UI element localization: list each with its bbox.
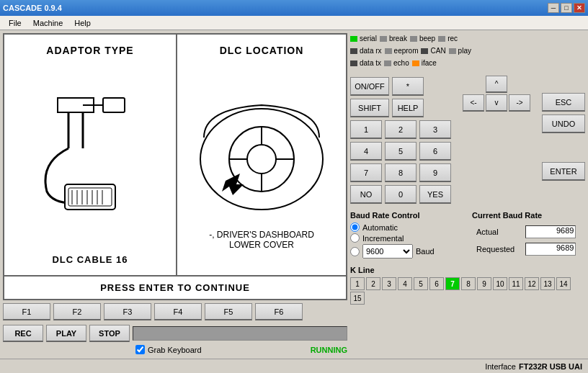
can-dot — [421, 48, 428, 54]
indicators-row3: data tx echo iface — [350, 58, 585, 68]
star-button[interactable]: * — [392, 77, 424, 96]
num-6[interactable]: 6 — [419, 142, 451, 161]
rec-button[interactable]: REC — [3, 325, 43, 342]
enter-button[interactable]: ENTER — [542, 162, 585, 181]
kline-btn-1[interactable]: 1 — [350, 277, 365, 290]
num-9[interactable]: 9 — [419, 163, 451, 182]
f1-button[interactable]: F1 — [3, 303, 50, 320]
down-arrow[interactable]: v — [486, 94, 507, 112]
maximize-button[interactable]: □ — [561, 3, 572, 13]
up-arrow[interactable]: ^ — [486, 76, 507, 93]
app-title: CASCADE 0.9.4 — [3, 4, 62, 12]
menu-machine[interactable]: Machine — [27, 17, 69, 29]
adaptor-right: DLC LOCATION — [177, 35, 346, 275]
yes-button[interactable]: YES — [419, 185, 451, 204]
baud-select-row: 9600 Baud — [350, 244, 463, 259]
kline-btn-7[interactable]: 7 — [445, 277, 460, 290]
requested-label: Requested — [473, 241, 521, 257]
adaptor-panel: ADAPTOR TYPE — [3, 33, 347, 356]
right-arrow[interactable]: -> — [509, 94, 530, 112]
grab-keyboard-area: Grab Keyboard — [135, 345, 202, 354]
incr-label: Incremental — [362, 234, 404, 243]
status-row: REC PLAY STOP — [3, 323, 347, 343]
left-arrow[interactable]: <- — [463, 94, 484, 112]
kline-btn-15[interactable]: 15 — [350, 292, 365, 305]
kline-btn-8[interactable]: 8 — [461, 277, 476, 290]
num-0[interactable]: 0 — [385, 185, 416, 204]
numpad-grid: 1 2 3 4 5 6 7 8 9 NO 0 YES — [350, 120, 451, 204]
kline-btn-3[interactable]: 3 — [382, 277, 396, 290]
f5-button[interactable]: F5 — [205, 303, 252, 320]
grab-keyboard-row: Grab Keyboard RUNNING — [3, 343, 347, 356]
num-3[interactable]: 3 — [419, 120, 451, 139]
indicators-row: serial break beep rec — [350, 33, 585, 44]
kline-btn-9[interactable]: 9 — [477, 277, 491, 290]
arrow-area: ^ <- v -> — [457, 76, 530, 204]
top-buttons: ON/OFF * — [350, 77, 451, 96]
kline-btn-4[interactable]: 4 — [398, 277, 412, 290]
incr-radio[interactable] — [350, 233, 360, 243]
indicator-serial: serial — [350, 35, 377, 42]
stop-button[interactable]: STOP — [89, 325, 130, 342]
title-bar-buttons: ─ □ ✕ — [548, 3, 585, 13]
kline-btn-12[interactable]: 12 — [525, 277, 539, 290]
indicator-play: play — [449, 47, 471, 55]
auto-radio[interactable] — [350, 223, 360, 232]
kline-btn-11[interactable]: 11 — [509, 277, 523, 290]
kline-btn-2[interactable]: 2 — [366, 277, 380, 290]
f4-button[interactable]: F4 — [154, 303, 202, 320]
menu-help[interactable]: Help — [68, 17, 97, 29]
datarx-dot — [350, 48, 357, 54]
grab-keyboard-checkbox[interactable] — [135, 345, 145, 354]
num-1[interactable]: 1 — [350, 120, 382, 139]
echo-label: echo — [393, 59, 409, 67]
dlc-location-title: DLC LOCATION — [215, 40, 308, 60]
num-2[interactable]: 2 — [385, 120, 416, 139]
title-bar: CASCADE 0.9.4 ─ □ ✕ — [0, 0, 588, 16]
indicator-can: CAN — [421, 47, 445, 55]
kline-btn-6[interactable]: 6 — [429, 277, 444, 290]
baud-title: Baud Rate Control — [350, 211, 463, 220]
auto-label: Automatic — [362, 223, 398, 232]
num-7[interactable]: 7 — [350, 163, 382, 182]
kline-btn-13[interactable]: 13 — [540, 277, 555, 290]
indicators-row2: data rx eeprom CAN play — [350, 45, 585, 56]
kline-btn-10[interactable]: 10 — [493, 277, 507, 290]
kline-btn-5[interactable]: 5 — [414, 277, 428, 290]
kline-section: K Line 123456789101112131415 — [350, 266, 585, 305]
num-8[interactable]: 8 — [385, 163, 416, 182]
indicator-eeprom: eeprom — [385, 47, 419, 55]
baud-control: Baud Rate Control Automatic Incremental … — [350, 211, 463, 259]
f2-button[interactable]: F2 — [53, 303, 101, 320]
interface-label: Interface — [485, 362, 516, 371]
break-label: break — [389, 35, 407, 42]
incr-radio-row: Incremental — [350, 233, 463, 243]
svg-rect-13 — [103, 98, 125, 112]
esc-button[interactable]: ESC — [542, 93, 585, 112]
kline-btn-14[interactable]: 14 — [556, 277, 571, 290]
close-button[interactable]: ✕ — [574, 3, 585, 13]
indicator-break: break — [380, 35, 407, 42]
help-button[interactable]: HELP — [392, 99, 424, 117]
baud-select[interactable]: 9600 — [362, 244, 413, 259]
f3-button[interactable]: F3 — [104, 303, 151, 320]
no-button[interactable]: NO — [350, 185, 382, 204]
serial-label: serial — [360, 35, 377, 42]
current-baud: Current Baud Rate Actual 9689 Requested … — [472, 211, 585, 259]
onoff-button[interactable]: ON/OFF — [350, 77, 389, 96]
iface-label: iface — [422, 59, 437, 67]
minimize-button[interactable]: ─ — [548, 3, 559, 13]
manual-radio[interactable] — [350, 247, 360, 256]
undo-button[interactable]: UNDO — [542, 114, 585, 133]
lr-arrows: <- v -> — [463, 94, 530, 112]
running-status: RUNNING — [311, 346, 347, 354]
menu-file[interactable]: File — [3, 17, 27, 29]
actual-row: Actual 9689 — [473, 224, 584, 240]
grab-keyboard-label: Grab Keyboard — [148, 346, 202, 354]
shift-help-buttons: SHIFT HELP — [350, 99, 451, 117]
num-4[interactable]: 4 — [350, 142, 382, 161]
play-button[interactable]: PLAY — [46, 325, 86, 342]
shift-button[interactable]: SHIFT — [350, 99, 389, 117]
f6-button[interactable]: F6 — [255, 303, 303, 320]
num-5[interactable]: 5 — [385, 142, 416, 161]
